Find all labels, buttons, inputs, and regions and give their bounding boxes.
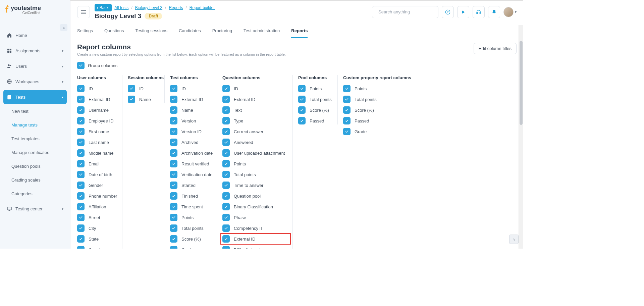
tab-candidates[interactable]: Candidates — [179, 24, 201, 38]
column-checkbox[interactable] — [77, 96, 85, 103]
column-checkbox[interactable] — [77, 139, 85, 146]
column-checkbox[interactable] — [170, 149, 177, 157]
column-checkbox[interactable] — [222, 235, 230, 243]
column-checkbox[interactable] — [222, 192, 230, 200]
column-checkbox[interactable] — [77, 224, 85, 232]
column-checkbox[interactable] — [77, 85, 85, 92]
column-checkbox[interactable] — [170, 128, 177, 135]
sidebar-sub-new-test[interactable]: New test — [7, 105, 63, 117]
tab-testing-sessions[interactable]: Testing sessions — [136, 24, 167, 38]
column-checkbox[interactable] — [77, 171, 85, 178]
column-checkbox[interactable] — [170, 224, 177, 232]
group-columns-checkbox[interactable] — [77, 62, 85, 69]
column-checkbox[interactable] — [222, 160, 230, 167]
column-checkbox[interactable] — [128, 85, 135, 92]
sidebar-item-users[interactable]: Users▾ — [3, 59, 67, 73]
collapse-sidebar-button[interactable]: « — [60, 24, 67, 31]
column-label: State — [89, 237, 99, 242]
sidebar-item-testing-center[interactable]: Testing center▾ — [3, 202, 67, 216]
column-checkbox[interactable] — [170, 160, 177, 167]
column-checkbox[interactable] — [77, 160, 85, 167]
tab-test-administration[interactable]: Test administration — [244, 24, 280, 38]
column-checkbox[interactable] — [77, 203, 85, 210]
tab-settings[interactable]: Settings — [77, 24, 93, 38]
search-field[interactable] — [372, 6, 438, 18]
hamburger-button[interactable] — [77, 6, 90, 18]
scroll-to-top-button[interactable] — [509, 235, 519, 244]
column-checkbox[interactable] — [343, 85, 351, 92]
column-checkbox[interactable] — [170, 192, 177, 200]
sidebar-item-assignments[interactable]: Assignments▾ — [3, 44, 67, 58]
column-checkbox[interactable] — [222, 139, 230, 146]
column-checkbox[interactable] — [77, 214, 85, 221]
column-option: Question pool — [222, 192, 287, 200]
column-checkbox[interactable] — [170, 203, 177, 210]
column-checkbox[interactable] — [343, 106, 351, 114]
search-input[interactable] — [378, 9, 435, 14]
headset-button[interactable] — [473, 6, 485, 18]
column-checkbox[interactable] — [222, 85, 230, 92]
column-checkbox[interactable] — [170, 235, 177, 243]
column-checkbox[interactable] — [77, 106, 85, 114]
column-checkbox[interactable] — [77, 117, 85, 124]
column-checkbox[interactable] — [298, 117, 306, 124]
column-checkbox[interactable] — [77, 149, 85, 157]
column-checkbox[interactable] — [222, 214, 230, 221]
back-button[interactable]: Back — [95, 4, 112, 11]
column-checkbox[interactable] — [170, 139, 177, 146]
column-checkbox[interactable] — [222, 106, 230, 114]
sidebar-sub-question-pools[interactable]: Question pools — [7, 160, 63, 172]
column-checkbox[interactable] — [170, 85, 177, 92]
user-menu[interactable]: ▾ — [503, 7, 517, 17]
page-scrollbar[interactable] — [519, 25, 523, 249]
column-checkbox[interactable] — [222, 128, 230, 135]
column-checkbox[interactable] — [298, 106, 306, 114]
tab-questions[interactable]: Questions — [104, 24, 124, 38]
sidebar-item-tests[interactable]: Tests▴ — [3, 90, 67, 104]
crumb-biology[interactable]: Biology Level 3 — [135, 5, 162, 10]
column-checkbox[interactable] — [343, 96, 351, 103]
column-checkbox[interactable] — [170, 96, 177, 103]
column-checkbox[interactable] — [77, 128, 85, 135]
sidebar-sub-manage-certificates[interactable]: Manage certificates — [7, 147, 63, 158]
column-checkbox[interactable] — [343, 128, 351, 135]
column-checkbox[interactable] — [343, 117, 351, 124]
column-checkbox[interactable] — [77, 246, 85, 249]
column-checkbox[interactable] — [170, 214, 177, 221]
column-checkbox[interactable] — [222, 203, 230, 210]
column-checkbox[interactable] — [222, 96, 230, 103]
column-checkbox[interactable] — [298, 96, 306, 103]
edit-column-titles-button[interactable]: Edit column titles — [474, 43, 517, 54]
column-checkbox[interactable] — [170, 171, 177, 178]
sidebar-sub-grading-scales[interactable]: Grading scales — [7, 174, 63, 186]
column-checkbox[interactable] — [222, 224, 230, 232]
crumb-all-tests[interactable]: All tests — [114, 5, 128, 10]
column-checkbox[interactable] — [77, 192, 85, 200]
sidebar-sub-categories[interactable]: Categories — [7, 188, 63, 200]
column-checkbox[interactable] — [128, 96, 135, 103]
play-button[interactable] — [457, 6, 469, 18]
column-checkbox[interactable] — [170, 106, 177, 114]
scrollbar-thumb[interactable] — [520, 41, 523, 125]
column-checkbox[interactable] — [222, 171, 230, 178]
sidebar-sub-test-templates[interactable]: Test templates — [7, 133, 63, 145]
sidebar-item-workspaces[interactable]: Workspaces▾ — [3, 74, 67, 89]
column-checkbox[interactable] — [77, 182, 85, 189]
tab-reports[interactable]: Reports — [291, 24, 308, 38]
crumb-report-builder[interactable]: Report builder — [190, 5, 215, 10]
sidebar-sub-manage-tests[interactable]: Manage tests — [7, 119, 63, 131]
sidebar-item-home[interactable]: Home — [3, 28, 67, 42]
column-checkbox[interactable] — [298, 85, 306, 92]
column-checkbox[interactable] — [222, 246, 230, 249]
column-checkbox[interactable] — [222, 117, 230, 124]
column-checkbox[interactable] — [170, 182, 177, 189]
column-checkbox[interactable] — [222, 149, 230, 157]
column-checkbox[interactable] — [77, 235, 85, 243]
help-button[interactable]: ? — [442, 6, 454, 18]
crumb-reports[interactable]: Reports — [169, 5, 183, 10]
tab-proctoring[interactable]: Proctoring — [212, 24, 232, 38]
column-checkbox[interactable] — [222, 182, 230, 189]
notifications-button[interactable] — [488, 6, 500, 18]
column-checkbox[interactable] — [170, 246, 177, 249]
column-checkbox[interactable] — [170, 117, 177, 124]
